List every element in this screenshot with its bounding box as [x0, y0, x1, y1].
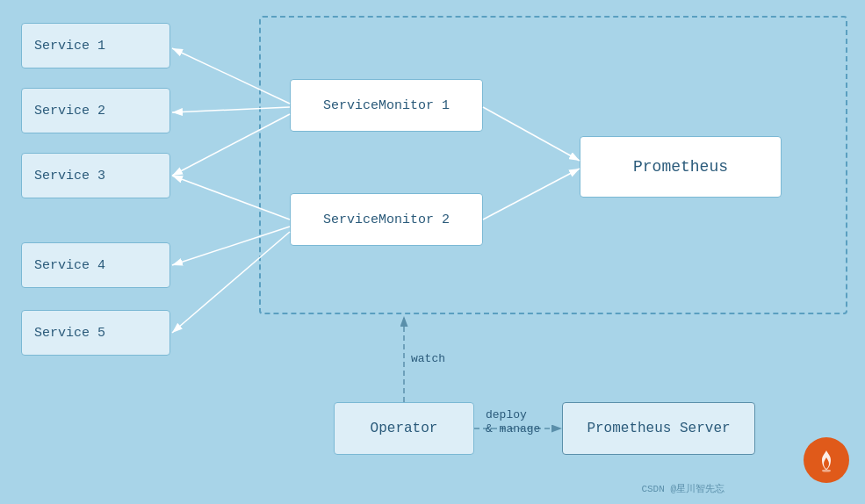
- csdn-logo: [804, 437, 849, 483]
- watermark: CSDN @星川智先忘: [641, 482, 724, 495]
- svg-point-16: [822, 470, 831, 472]
- service-4-box: Service 4: [21, 242, 170, 288]
- operator-label: Operator: [371, 421, 438, 436]
- service-5-label: Service 5: [34, 326, 105, 341]
- service-5-box: Service 5: [21, 310, 170, 356]
- service-3-box: Service 3: [21, 153, 170, 198]
- service-monitor-1-box: ServiceMonitor 1: [290, 79, 483, 132]
- svg-text:deploy: deploy: [486, 408, 527, 421]
- service-monitor-2-label: ServiceMonitor 2: [323, 212, 450, 227]
- svg-text:watch: watch: [411, 352, 445, 365]
- service-monitor-1-label: ServiceMonitor 1: [323, 98, 450, 113]
- service-4-label: Service 4: [34, 258, 105, 273]
- operator-box: Operator: [334, 402, 474, 455]
- service-1-box: Service 1: [21, 23, 170, 68]
- prometheus-server-label: Prometheus Server: [587, 421, 730, 436]
- prometheus-server-box: Prometheus Server: [562, 402, 755, 455]
- service-2-box: Service 2: [21, 88, 170, 133]
- service-1-label: Service 1: [34, 39, 105, 54]
- svg-text:& manage: & manage: [486, 422, 540, 436]
- prometheus-label: Prometheus: [633, 158, 728, 176]
- service-monitor-2-box: ServiceMonitor 2: [290, 193, 483, 246]
- prometheus-box: Prometheus: [580, 136, 782, 198]
- service-2-label: Service 2: [34, 104, 105, 119]
- service-3-label: Service 3: [34, 169, 105, 184]
